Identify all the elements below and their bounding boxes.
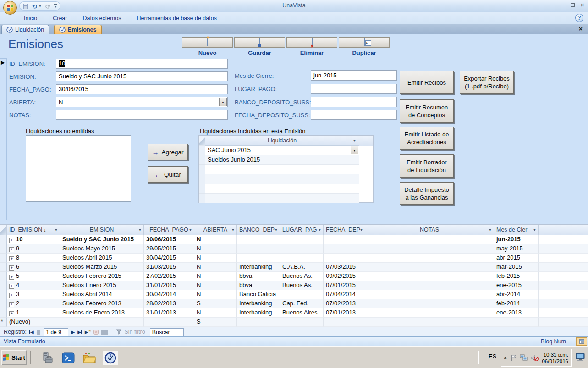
cell-fecha-pago[interactable] [144, 318, 194, 327]
cell-fecha-pago[interactable]: 31/01/2013 [144, 308, 194, 318]
row-selector[interactable] [0, 272, 7, 281]
emision-field[interactable]: Sueldo y SAC Junio 2015 [56, 71, 228, 81]
flag-icon[interactable] [511, 354, 517, 362]
form-table-splitter[interactable]: ·········· [0, 220, 588, 224]
ribbon-tab-inicio[interactable]: Inicio [22, 14, 39, 22]
included-row[interactable]: Sueldos Junio 2015 [199, 155, 373, 165]
expand-record-icon[interactable]: + [9, 311, 14, 316]
cell-lugar-pag[interactable] [280, 290, 324, 299]
close-button[interactable]: × [580, 1, 584, 8]
expand-record-icon[interactable]: + [9, 247, 14, 252]
tray-chevron-icon[interactable]: » [502, 356, 509, 359]
row-selector[interactable] [199, 155, 205, 165]
included-row[interactable] [199, 165, 373, 174]
doc-tab-liquidacin[interactable]: Liquidación [1, 25, 49, 34]
mesdecierre-field[interactable]: jun-2015 [311, 70, 397, 81]
column-dropdown-icon[interactable]: ▼ [231, 228, 235, 232]
cell-emision[interactable]: Sueldos de Enero 2013 [60, 308, 144, 318]
cell-fecha-dep[interactable]: 09/02/2015 [324, 272, 365, 281]
cell-notas[interactable] [365, 308, 494, 318]
cell-id-emision[interactable]: +9 [7, 244, 60, 254]
cell-mes-de-cier[interactable]: feb-2015 [494, 272, 539, 281]
column-dropdown-icon[interactable]: ▼ [55, 228, 58, 232]
column-dropdown-icon[interactable]: ▼ [275, 228, 278, 232]
cell-banco-dep[interactable] [237, 235, 280, 244]
expand-record-icon[interactable]: + [9, 256, 14, 261]
column-header-id-emision[interactable]: ID_EMISION↓▼ [7, 225, 60, 235]
cell-mes-de-cier[interactable]: feb-2014 [494, 299, 539, 308]
unavista-app-icon[interactable]: 1 [103, 351, 118, 365]
expand-record-icon[interactable]: + [9, 265, 14, 271]
column-dropdown-icon[interactable]: ▼ [318, 228, 321, 232]
liquidacion-dropdown-button[interactable]: ▼ [351, 146, 358, 154]
start-button[interactable]: Start [1, 350, 27, 365]
cell-lugar-pag[interactable]: Cap. Fed. [280, 299, 324, 308]
table-row[interactable]: +9Sueldos Mayo 201529/05/2015Nmay-2015 [0, 244, 588, 254]
included-column-header[interactable]: Liquidación▼ [205, 136, 359, 146]
cell-fecha-pago[interactable]: 31/03/2015 [144, 263, 194, 272]
cell-fecha-dep[interactable] [324, 244, 365, 254]
column-dropdown-icon[interactable]: ▼ [489, 228, 492, 232]
cell-fecha-pago[interactable]: 27/02/2015 [144, 272, 194, 281]
doc-tab-emisiones[interactable]: Emisiones [54, 25, 102, 34]
cell-notas[interactable] [365, 290, 494, 299]
new-row-selector[interactable]: * [0, 318, 7, 327]
included-row[interactable] [199, 194, 373, 203]
cell-id-emision[interactable]: +4 [7, 281, 60, 290]
included-row[interactable]: SAC Junio 2015▼ [199, 146, 373, 155]
cell-emision[interactable]: Sueldos Febrero 2015 [60, 272, 144, 281]
volume-muted-icon[interactable] [531, 354, 539, 362]
cell-lugar-pag[interactable] [280, 318, 324, 327]
cell-abierta[interactable]: S [194, 299, 237, 308]
agregar-button[interactable]: → Agregar [148, 144, 188, 160]
record-search-input[interactable]: Buscar [150, 328, 184, 336]
row-selector[interactable] [199, 165, 205, 174]
table-row[interactable]: +10Sueldo y SAC Junio 201530/06/2015Njun… [0, 235, 588, 244]
cell-id-emision[interactable]: (Nuevo) [7, 318, 60, 327]
last-record-button[interactable]: ▶ [77, 330, 82, 335]
first-record-button[interactable]: ◀ [29, 330, 34, 335]
new-record-button[interactable]: ▶* [85, 329, 91, 335]
row-selector[interactable] [0, 299, 7, 308]
included-liquidations-grid[interactable]: Liquidación▼SAC Junio 2015▼Sueldos Junio… [198, 135, 374, 203]
column-header-mes-de-cier[interactable]: Mes de Cier▼ [494, 225, 539, 235]
cell-emision[interactable]: Sueldos Febrero 2013 [60, 299, 144, 308]
column-header-fecha-dep[interactable]: FECHA_DEP▼ [324, 225, 365, 235]
table-row[interactable]: +8Sueldos Abril 201530/04/2015Nabr-2015 [0, 254, 588, 263]
row-selector[interactable] [0, 263, 7, 272]
included-row[interactable] [199, 174, 373, 184]
cell-banco-dep[interactable] [237, 254, 280, 263]
cell-banco-dep[interactable] [237, 318, 280, 327]
cell-id-emision[interactable]: +3 [7, 290, 60, 299]
row-selector[interactable] [0, 308, 7, 318]
cell-emision[interactable]: Sueldos Marzo 2015 [60, 263, 144, 272]
cell-fecha-pago[interactable]: 30/06/2015 [144, 235, 194, 244]
column-header-banco-dep[interactable]: BANCO_DEP▼ [237, 225, 280, 235]
table-row[interactable]: +3Sueldos Abril 201430/04/2014NBanco Gal… [0, 290, 588, 299]
cell-fecha-pago[interactable]: 30/04/2014 [144, 290, 194, 299]
cell-mes-de-cier[interactable]: mar-2015 [494, 263, 539, 272]
notas-field[interactable] [56, 110, 228, 120]
cell-abierta[interactable]: S [194, 318, 237, 327]
table-row[interactable]: *(Nuevo)S [0, 318, 588, 327]
cell-abierta[interactable]: N [194, 290, 237, 299]
cell-fecha-dep[interactable] [324, 254, 365, 263]
cell-banco-dep[interactable]: bbva [237, 272, 280, 281]
cell-fecha-dep[interactable] [324, 318, 365, 327]
tray-clock[interactable]: 10:31 p.m. 06/01/2016 [542, 352, 568, 364]
cell-notas[interactable] [365, 281, 494, 290]
cell-id-emision[interactable]: +2 [7, 299, 60, 308]
cell-notas[interactable] [365, 272, 494, 281]
row-selector[interactable] [199, 194, 205, 203]
help-button[interactable]: ? [575, 14, 583, 22]
select-all-corner[interactable] [199, 136, 205, 146]
row-selector[interactable] [0, 290, 7, 299]
detalle-impuesto-button[interactable]: Detalle Impuestoa las Ganancias [400, 182, 454, 205]
cell-id-emision[interactable]: +5 [7, 272, 60, 281]
ribbon-tab-herramientas-de-base-de-datos[interactable]: Herramientas de base de datos [135, 14, 219, 22]
cell-lugar-pag[interactable] [280, 244, 324, 254]
cell-abierta[interactable]: N [194, 235, 237, 244]
row-selector[interactable] [0, 281, 7, 290]
column-dropdown-icon[interactable]: ▼ [533, 228, 536, 232]
cell-lugar-pag[interactable] [280, 254, 324, 263]
